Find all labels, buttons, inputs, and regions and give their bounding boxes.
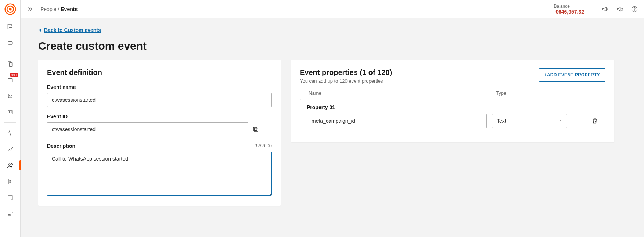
mute-icon[interactable] (616, 6, 623, 13)
people-icon[interactable] (0, 157, 21, 173)
properties-hint: You can add up to 120 event properties (300, 78, 392, 84)
collapse-sidebar-icon[interactable] (25, 4, 35, 14)
breadcrumb: People / Events (40, 6, 78, 12)
svg-rect-8 (8, 79, 12, 82)
add-property-button[interactable]: +ADD EVENT PROPERTY (539, 68, 605, 82)
templates-icon[interactable] (0, 55, 21, 72)
svg-point-11 (11, 95, 11, 96)
event-id-label: Event ID (47, 114, 272, 119)
delete-property-icon[interactable] (591, 117, 598, 125)
event-id-input[interactable] (47, 122, 248, 136)
copy-icon[interactable] (252, 126, 259, 133)
topbar: People / Events Balance -€646,957.32 (21, 0, 644, 18)
page-title: Create custom event (38, 40, 631, 52)
svg-point-14 (11, 164, 12, 165)
balance-label: Balance (554, 4, 584, 9)
document-icon[interactable] (0, 173, 21, 190)
back-link[interactable]: Back to Custom events (38, 27, 101, 33)
tags-icon[interactable] (0, 104, 21, 120)
svg-rect-5 (8, 42, 12, 44)
balance-block: Balance -€646,957.32 (554, 4, 586, 15)
svg-rect-9 (8, 94, 12, 98)
caret-left-icon (38, 28, 42, 32)
catalog-icon[interactable]: 99+ (0, 72, 21, 88)
svg-rect-6 (8, 61, 11, 65)
automation-icon[interactable] (0, 88, 21, 104)
svg-rect-7 (9, 63, 12, 67)
svg-rect-18 (8, 215, 10, 216)
svg-point-3 (11, 26, 11, 26)
property-name-input[interactable] (307, 114, 487, 128)
forms-icon[interactable] (0, 190, 21, 206)
event-properties-card: Event properties (1 of 120) You can add … (291, 60, 614, 142)
brand-logo[interactable] (0, 0, 21, 18)
description-counter: 32/2000 (255, 143, 272, 149)
notification-badge: 99+ (10, 73, 18, 77)
column-type-header: Type (496, 90, 597, 96)
property-type-select[interactable] (492, 114, 567, 128)
sidebar-divider (4, 122, 16, 123)
svg-point-22 (634, 10, 635, 11)
chat-icon[interactable] (0, 18, 21, 35)
breadcrumb-current: Events (61, 6, 78, 12)
event-name-input[interactable] (47, 93, 272, 107)
column-name-header: Name (309, 90, 496, 96)
sidebar: 99+ (0, 0, 21, 237)
breadcrumb-parent[interactable]: People (40, 6, 57, 12)
pulse-icon[interactable] (0, 125, 21, 141)
svg-point-2 (9, 8, 11, 10)
page-content: Back to Custom events Create custom even… (21, 18, 644, 237)
svg-point-10 (9, 95, 10, 96)
bot-icon[interactable] (0, 35, 21, 51)
more-icon[interactable] (0, 206, 21, 222)
property-row: Property 01 (300, 99, 605, 133)
svg-rect-24 (253, 127, 257, 130)
definition-heading: Event definition (47, 68, 272, 77)
sidebar-divider (4, 53, 16, 53)
balance-value: -€646,957.32 (554, 9, 584, 15)
svg-rect-23 (255, 128, 258, 132)
description-label: Description (47, 143, 75, 149)
svg-point-4 (12, 26, 12, 26)
announce-icon[interactable] (601, 6, 609, 13)
divider (594, 4, 594, 14)
description-textarea[interactable] (47, 152, 272, 196)
analytics-icon[interactable] (0, 141, 21, 157)
properties-heading: Event properties (1 of 120) (300, 68, 392, 77)
svg-rect-17 (8, 212, 12, 213)
event-name-label: Event name (47, 84, 272, 90)
svg-point-13 (8, 164, 10, 165)
event-definition-card: Event definition Event name Event ID (38, 60, 281, 206)
svg-rect-12 (8, 110, 12, 114)
property-title: Property 01 (307, 104, 598, 110)
help-icon[interactable] (631, 6, 638, 13)
